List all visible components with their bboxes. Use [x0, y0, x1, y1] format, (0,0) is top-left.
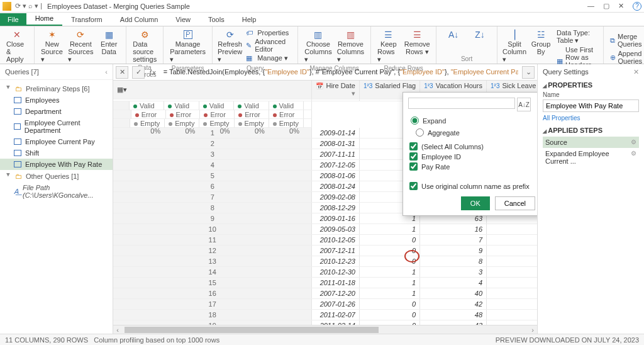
manage-query-button[interactable]: ▦Manage ▾: [246, 54, 291, 62]
table-row[interactable]: 152011-01-1814221Table: [113, 278, 537, 288]
folder-preliminary[interactable]: 🗀Preliminary Steps [6]: [0, 82, 113, 94]
select-all-checkbox[interactable]: (Select All Columns): [409, 142, 534, 150]
data-grid[interactable]: ▦▾ 📅Hire Date▾ 1²3Salaried Flag▾ 1²3Vaca…: [113, 81, 537, 325]
folder-icon: 🗀: [15, 172, 22, 180]
quality-row: Empty0%Empty0%Empty0%Empty0%Empty0%: [113, 119, 312, 128]
sort-columns-button[interactable]: A↓Z: [517, 98, 531, 111]
data-type-button[interactable]: Data Type: Table ▾: [557, 29, 596, 45]
gear-icon[interactable]: ⚙: [631, 150, 636, 165]
table-icon: [14, 150, 21, 156]
number-type-icon: 1²3: [424, 82, 433, 89]
all-properties-link[interactable]: All Properties: [543, 115, 639, 122]
tab-help[interactable]: Help: [233, 13, 265, 26]
table-row[interactable]: 182011-02-07048441Table: [113, 310, 537, 320]
table-row[interactable]: 142010-12-3013211Table: [113, 267, 537, 278]
table-row[interactable]: 192011-02-14043411Table: [113, 320, 537, 325]
close-settings-icon[interactable]: ✕: [633, 68, 639, 76]
employee-id-checkbox[interactable]: Employee ID: [409, 152, 534, 161]
remove-columns-button[interactable]: ▥RemoveColumns ▾: [337, 29, 364, 64]
table-row[interactable]: 172007-01-26042411Table: [113, 299, 537, 310]
col-hire-date[interactable]: 📅Hire Date▾: [312, 81, 359, 99]
number-type-icon: 1²3: [364, 82, 372, 89]
gear-icon[interactable]: ⚙: [631, 139, 636, 146]
properties-button[interactable]: 🏷Properties: [246, 29, 291, 37]
remove-rows-button[interactable]: ☰RemoveRows ▾: [404, 29, 430, 64]
append-queries-button[interactable]: ⊕Append Queries ▾: [610, 50, 644, 65]
table-row[interactable]: 102009-05-03116641Table: [113, 224, 537, 235]
step-source[interactable]: Source⚙: [543, 137, 639, 148]
tab-add-column[interactable]: Add Column: [111, 13, 167, 26]
commit-formula-icon[interactable]: ✓: [132, 66, 145, 79]
folder-other[interactable]: 🗀Other Queries [1]: [0, 170, 113, 182]
recent-sources-button[interactable]: ⟳RecentSources ▾: [68, 29, 93, 64]
query-file-path[interactable]: A͟File Path (C:\Users\KGoncalve...: [0, 182, 113, 201]
query-emp-current-pay[interactable]: Employee Current Pay: [0, 136, 113, 147]
advanced-editor-button[interactable]: ✎Advanced Editor: [246, 38, 291, 53]
table-row[interactable]: 112010-12-0507231Table: [113, 235, 537, 246]
keep-rows-button[interactable]: ☰KeepRows ▾: [377, 29, 399, 64]
filter-icon[interactable]: ▾: [352, 89, 355, 98]
formula-bar: ✕ ✓ ƒx = Table.NestedJoin(Employees, {"E…: [113, 64, 537, 81]
cancel-button[interactable]: Cancel: [495, 196, 535, 210]
applied-steps-section[interactable]: APPLIED STEPS: [543, 127, 639, 134]
help-icon[interactable]: ?: [633, 2, 641, 11]
collapse-queries-icon[interactable]: ‹: [105, 68, 108, 76]
horizontal-scrollbar[interactable]: ‹›: [113, 325, 537, 334]
table-row[interactable]: 132010-12-2308241Table: [113, 256, 537, 267]
properties-section[interactable]: PROPERTIES: [543, 81, 639, 89]
sort-desc-button[interactable]: Z↓: [469, 29, 491, 40]
query-emp-current-dept[interactable]: Employee Current Department: [0, 117, 113, 136]
query-settings-pane: Query Settings✕ PROPERTIES Name All Prop…: [537, 64, 644, 334]
table-row[interactable]: 162007-12-20140401Table: [113, 288, 537, 299]
status-profiling[interactable]: Column profiling based on top 1000 rows: [94, 336, 219, 344]
window-title: Employees Dataset - Merging Queries Samp…: [47, 3, 190, 10]
cancel-formula-icon[interactable]: ✕: [116, 66, 128, 79]
settings-title: Query Settings: [543, 68, 589, 76]
aggregate-radio[interactable]: Aggregate: [416, 128, 460, 137]
expand-radio[interactable]: Expand: [411, 116, 533, 125]
manage-parameters-button[interactable]: 🄿ManageParameters ▾: [170, 29, 206, 64]
new-source-button[interactable]: ✶NewSource ▾: [41, 29, 63, 64]
queries-pane: Queries [7]‹ 🗀Preliminary Steps [6] Empl…: [0, 64, 113, 334]
file-menu[interactable]: File: [0, 13, 26, 26]
query-name-input[interactable]: [543, 99, 639, 112]
parameter-icon: A͟: [14, 188, 19, 196]
refresh-preview-button[interactable]: ⟳RefreshPreview ▾: [219, 29, 241, 64]
query-shift[interactable]: Shift: [0, 147, 113, 159]
merge-queries-button[interactable]: ⧉Merge Queries ▾: [610, 33, 644, 48]
status-columns-rows: 11 COLUMNS, 290 ROWS: [5, 336, 88, 344]
scroll-thumb[interactable]: [125, 327, 379, 333]
number-type-icon: 1²3: [491, 82, 499, 89]
tab-tools[interactable]: Tools: [199, 13, 233, 26]
formula-text[interactable]: = Table.NestedJoin(Employees, {"Employee…: [160, 68, 518, 76]
ok-button[interactable]: OK: [461, 196, 490, 210]
query-department[interactable]: Department: [0, 106, 113, 117]
tab-transform[interactable]: Transform: [62, 13, 111, 26]
step-expanded[interactable]: Expanded Employee Current ...⚙: [543, 148, 639, 167]
qat[interactable]: ⟳ ▾ ⌕ ▾ |: [15, 2, 42, 10]
table-icon: [14, 123, 21, 130]
query-employees[interactable]: Employees: [0, 94, 113, 106]
folder-icon: 🗀: [15, 85, 22, 93]
title-bar: ⟳ ▾ ⌕ ▾ | Employees Dataset - Merging Qu…: [0, 0, 644, 13]
minimize-button[interactable]: —: [587, 2, 594, 11]
tab-view[interactable]: View: [167, 13, 199, 26]
maximize-button[interactable]: ▢: [603, 2, 609, 11]
tab-home[interactable]: Home: [26, 12, 62, 26]
expand-formula-icon[interactable]: ⌄: [522, 66, 535, 79]
column-search-input[interactable]: [408, 98, 515, 109]
table-icon: [14, 139, 21, 145]
data-source-settings-button[interactable]: ⚙Data sourcesettings: [133, 29, 157, 63]
sort-asc-button[interactable]: A↓: [443, 29, 464, 40]
close-window-button[interactable]: ✕: [618, 2, 624, 11]
row-selector-header[interactable]: ▦▾: [113, 81, 312, 99]
fx-icon: ƒx: [148, 69, 156, 76]
choose-columns-button[interactable]: ▥ChooseColumns ▾: [304, 29, 331, 64]
app-logo: [3, 2, 11, 11]
enter-data-button[interactable]: ▦EnterData: [98, 29, 119, 64]
query-employee-with-pay-rate[interactable]: Employee With Pay Rate: [0, 159, 113, 170]
quality-row: Valid100%Valid100%Valid100%Valid100%Vali…: [113, 101, 312, 110]
table-row[interactable]: 122007-12-1109241Table: [113, 246, 537, 256]
pay-rate-checkbox[interactable]: Pay Rate: [409, 162, 534, 171]
prefix-checkbox[interactable]: Use original column name as prefix: [409, 182, 534, 190]
